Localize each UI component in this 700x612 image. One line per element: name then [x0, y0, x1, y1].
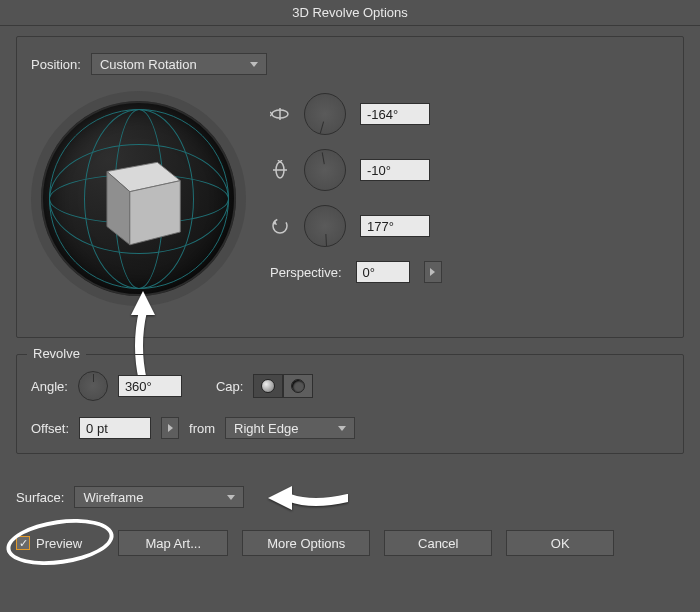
chevron-down-icon	[227, 495, 235, 500]
svg-marker-2	[129, 180, 179, 244]
preview-label: Preview	[36, 536, 82, 551]
from-label: from	[189, 421, 215, 436]
cap-off-button[interactable]	[283, 374, 313, 398]
cap-on-button[interactable]	[253, 374, 283, 398]
surface-dropdown[interactable]: Wireframe	[74, 486, 244, 508]
angle-dial[interactable]	[78, 371, 108, 401]
dialog-title: 3D Revolve Options	[0, 0, 700, 26]
map-art-button[interactable]: Map Art...	[118, 530, 228, 556]
revolve-group-label: Revolve	[27, 346, 86, 361]
rotation-trackball[interactable]	[31, 91, 246, 306]
position-group: Position: Custom Rotation	[16, 36, 684, 338]
position-dropdown-value: Custom Rotation	[100, 57, 197, 72]
ok-button[interactable]: OK	[506, 530, 614, 556]
rotate-x-field[interactable]: -164°	[360, 103, 430, 125]
position-dropdown[interactable]: Custom Rotation	[91, 53, 267, 75]
more-options-button[interactable]: More Options	[242, 530, 370, 556]
rotate-y-icon	[270, 160, 290, 180]
rotate-z-icon	[270, 216, 290, 236]
offset-field[interactable]: 0 pt	[79, 417, 151, 439]
from-edge-value: Right Edge	[234, 421, 298, 436]
angle-field[interactable]: 360°	[118, 375, 182, 397]
svg-marker-10	[268, 486, 292, 510]
perspective-field[interactable]: 0°	[356, 261, 410, 283]
cube-preview	[84, 144, 194, 254]
surface-label: Surface:	[16, 490, 64, 505]
rotate-y-dial[interactable]	[304, 149, 346, 191]
cap-label: Cap:	[216, 379, 243, 394]
offset-label: Offset:	[31, 421, 69, 436]
rotate-y-field[interactable]: -10°	[360, 159, 430, 181]
rotate-x-icon	[270, 104, 290, 124]
offset-stepper[interactable]	[161, 417, 179, 439]
perspective-stepper[interactable]	[424, 261, 442, 283]
preview-checkbox[interactable]: ✓	[16, 536, 30, 550]
perspective-label: Perspective:	[270, 265, 342, 280]
annotation-arrow-icon	[268, 480, 348, 516]
surface-dropdown-value: Wireframe	[83, 490, 143, 505]
from-edge-dropdown[interactable]: Right Edge	[225, 417, 355, 439]
rotate-z-dial[interactable]	[304, 205, 346, 247]
rotate-z-field[interactable]: 177°	[360, 215, 430, 237]
cancel-button[interactable]: Cancel	[384, 530, 492, 556]
rotate-x-dial[interactable]	[304, 93, 346, 135]
chevron-down-icon	[338, 426, 346, 431]
position-label: Position:	[31, 57, 81, 72]
chevron-down-icon	[250, 62, 258, 67]
revolve-group: Revolve Angle: 360° Cap: Offset: 0 pt fr…	[16, 354, 684, 454]
angle-label: Angle:	[31, 379, 68, 394]
